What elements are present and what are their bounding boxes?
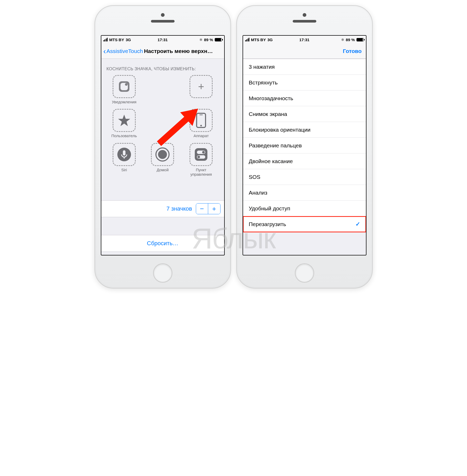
siri-icon — [116, 147, 132, 162]
list-item-label: Двойное касание — [249, 158, 293, 164]
control-center-icon — [193, 147, 209, 162]
stepper-plus-button[interactable]: + — [208, 204, 220, 214]
home-icon — [155, 147, 170, 162]
svg-point-2 — [125, 83, 128, 86]
icon-cell-home[interactable]: Домой — [147, 143, 178, 177]
list-item[interactable]: SOS — [243, 169, 366, 185]
battery-pct-label: 89 % — [204, 38, 213, 42]
svg-marker-3 — [118, 115, 130, 126]
status-bar: MTS BY 3G 17:31 ✻ 89 % — [101, 36, 224, 44]
clock-label: 17:31 — [158, 38, 167, 42]
list-item[interactable]: Анализ — [243, 185, 366, 201]
icon-count-label: 7 значков — [166, 205, 192, 212]
icon-count-row: 7 значков − + — [101, 200, 224, 217]
star-icon — [117, 114, 131, 127]
svg-point-14 — [202, 151, 205, 153]
list-item-label: Разведение пальцев — [249, 142, 302, 149]
icon-cell-empty[interactable]: + — [185, 75, 217, 104]
icon-cell-control-center[interactable]: Пункт управления — [185, 143, 217, 177]
action-list: 3 нажатияВстряхнутьМногозадачностьСнимок… — [243, 59, 366, 232]
nav-bar: Готово — [243, 44, 366, 59]
list-item[interactable]: Перезагрузить✓ — [243, 216, 366, 232]
status-bar: MTS BY 3G 17:31 ✻ 89 % — [243, 36, 366, 44]
svg-point-11 — [158, 150, 167, 159]
list-item[interactable]: Разведение пальцев — [243, 138, 366, 153]
list-item[interactable]: Встряхнуть — [243, 75, 366, 90]
list-item[interactable]: Многозадачность — [243, 90, 366, 106]
list-item-label: Удобный доступ — [249, 205, 290, 212]
icon-grid: Уведомления + Пользователь — [101, 75, 224, 179]
icon-label: Уведомления — [112, 100, 137, 104]
done-button[interactable]: Готово — [343, 48, 361, 54]
screen-right: MTS BY 3G 17:31 ✻ 89 % Готово 3 нажатияВ… — [243, 35, 366, 255]
list-item-label: Встряхнуть — [249, 79, 278, 86]
icon-label: Siri — [121, 168, 127, 172]
phone-mock-left: MTS BY 3G 17:31 ✻ 89 % ‹ AssistiveTouch … — [95, 5, 231, 288]
icon-cell-user[interactable]: Пользователь — [108, 109, 140, 138]
list-item-label: Блокировка ориентации — [249, 127, 311, 133]
list-item-label: 3 нажатия — [249, 64, 275, 70]
battery-icon — [356, 38, 364, 41]
back-button[interactable]: ‹ AssistiveTouch — [103, 48, 143, 54]
stepper-minus-button[interactable]: − — [196, 204, 208, 214]
svg-point-5 — [200, 125, 202, 126]
icon-count-stepper: − + — [196, 203, 221, 214]
icon-cell-device[interactable]: Аппарат — [185, 109, 217, 138]
list-item[interactable]: Снимок экрана — [243, 106, 366, 122]
list-item[interactable]: Удобный доступ — [243, 201, 366, 216]
svg-rect-12 — [195, 148, 207, 161]
carrier-label: MTS BY — [109, 38, 124, 42]
screen-left: MTS BY 3G 17:31 ✻ 89 % ‹ AssistiveTouch … — [101, 35, 225, 255]
svg-rect-8 — [123, 150, 125, 156]
signal-icon — [245, 38, 250, 41]
icon-label: Аппарат — [193, 133, 209, 138]
page-title: Настроить меню верхн… — [144, 48, 222, 54]
reset-button[interactable]: Сбросить… — [101, 235, 224, 252]
carrier-label: MTS BY — [251, 38, 266, 42]
phone-mock-right: MTS BY 3G 17:31 ✻ 89 % Готово 3 нажатияВ… — [236, 5, 373, 288]
device-camera — [161, 13, 165, 17]
list-item[interactable]: 3 нажатия — [243, 59, 366, 75]
reset-label: Сбросить… — [147, 240, 179, 247]
list-item[interactable]: Двойное касание — [243, 153, 366, 169]
home-button-hardware[interactable] — [295, 263, 314, 283]
icon-label: Домой — [157, 168, 169, 172]
list-item[interactable]: Блокировка ориентации — [243, 122, 366, 138]
device-speaker — [151, 20, 175, 23]
list-item-label: Снимок экрана — [249, 111, 287, 117]
icon-label: Пункт управления — [185, 168, 217, 177]
back-label: AssistiveTouch — [107, 48, 143, 54]
clock-label: 17:31 — [299, 38, 309, 42]
icon-cell-notifications[interactable]: Уведомления — [108, 75, 140, 104]
home-button-hardware[interactable] — [153, 263, 172, 283]
icon-cell-siri[interactable]: Siri — [108, 143, 140, 177]
device-camera — [303, 13, 306, 17]
list-item-label: SOS — [249, 174, 260, 180]
battery-icon — [215, 38, 222, 41]
bluetooth-icon: ✻ — [341, 38, 344, 42]
svg-point-16 — [197, 156, 200, 158]
nav-bar: ‹ AssistiveTouch Настроить меню верхн… — [101, 44, 224, 59]
network-label: 3G — [126, 38, 131, 42]
icon-label: Пользователь — [111, 133, 137, 138]
notification-center-icon — [116, 79, 132, 94]
section-header: КОСНИТЕСЬ ЗНАЧКА, ЧТОБЫ ИЗМЕНИТЬ: — [101, 59, 224, 75]
checkmark-icon: ✓ — [355, 221, 360, 228]
device-icon — [196, 113, 206, 128]
battery-pct-label: 89 % — [346, 38, 355, 42]
list-item-label: Многозадачность — [249, 95, 293, 101]
bluetooth-icon: ✻ — [200, 38, 202, 42]
network-label: 3G — [267, 38, 273, 42]
plus-icon: + — [198, 81, 204, 93]
device-speaker — [293, 20, 316, 23]
signal-icon — [103, 38, 108, 41]
list-item-label: Анализ — [249, 190, 267, 196]
list-item-label: Перезагрузить — [249, 221, 286, 227]
